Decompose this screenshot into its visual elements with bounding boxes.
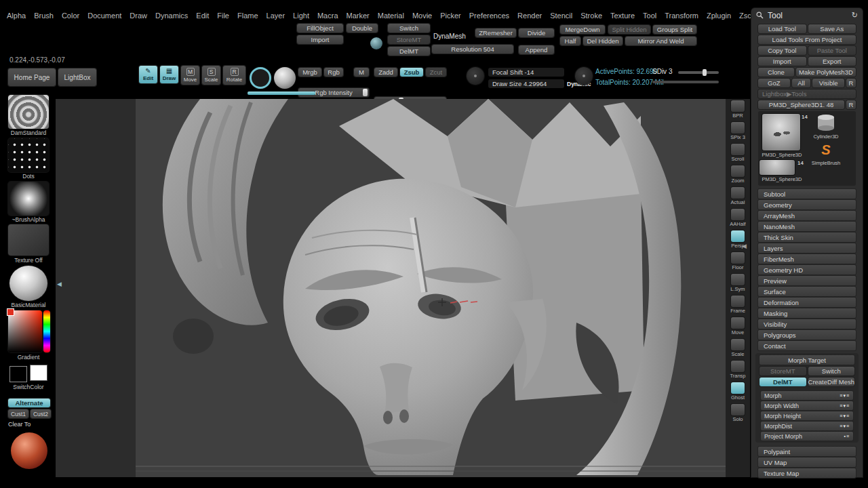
solo-button[interactable]: Solo — [731, 404, 745, 422]
menu-item[interactable]: Zplugin — [707, 12, 731, 20]
secondary-color-swatch[interactable] — [30, 365, 47, 381]
search-icon[interactable] — [756, 12, 764, 19]
mt-store-button[interactable]: StoreMT — [760, 367, 806, 375]
current-tool-button[interactable]: PM3D_Sphere3D1. 48 — [758, 100, 844, 109]
spix-button[interactable]: SPix 3 — [730, 122, 745, 140]
tool-section-row[interactable]: Masking — [758, 308, 856, 318]
cust1-button[interactable]: Cust1 — [8, 409, 28, 418]
sdiv-knob[interactable] — [703, 69, 707, 76]
color-picker-gradient[interactable] — [8, 310, 42, 352]
menu-item[interactable]: Preferences — [469, 12, 509, 20]
current-brush-thumb[interactable] — [8, 95, 49, 129]
menu-item[interactable]: Tool — [643, 12, 656, 20]
actual-button[interactable]: Actual — [731, 187, 745, 205]
tool-section-row[interactable]: Polypaint — [758, 447, 856, 456]
groups-split-button[interactable]: Groups Split — [653, 25, 696, 34]
menu-item[interactable]: Flame — [237, 12, 258, 20]
fill-object-button[interactable]: FillObject — [297, 24, 343, 33]
split-hidden-button[interactable]: Split Hidden — [608, 25, 650, 34]
goz-button[interactable]: GoZ — [758, 79, 790, 87]
rgb-button[interactable]: Rgb — [324, 68, 343, 77]
zsub-button[interactable]: Zsub — [400, 68, 423, 77]
slider-modifier-icons[interactable]: ≡▾≡ — [840, 403, 850, 409]
home-page-button[interactable]: Home Page — [8, 68, 56, 86]
draw-button[interactable]: ▦ Draw — [160, 66, 178, 83]
alpha-thumb[interactable] — [8, 182, 49, 216]
refresh-icon[interactable]: ↻ — [852, 11, 858, 20]
morph-slider[interactable]: MorphDist ≡▾≡ — [761, 422, 853, 430]
menu-item[interactable]: Render — [517, 12, 542, 20]
left-tray-chevron-icon[interactable]: ◀ — [57, 281, 62, 287]
current-tool-r-button[interactable]: R — [846, 100, 856, 109]
material-thumb[interactable] — [9, 266, 47, 301]
divide-button[interactable]: Divide — [519, 28, 554, 37]
zremesher-button[interactable]: ZRemesher — [475, 28, 516, 37]
goz-r-button[interactable]: R — [846, 79, 856, 87]
m-button[interactable]: M — [354, 68, 369, 77]
menu-item[interactable]: Brush — [34, 12, 54, 20]
tool-section-row[interactable]: Thick Skin — [758, 232, 856, 242]
simplebrush-logo[interactable]: S — [818, 142, 834, 159]
menu-item[interactable]: Marker — [347, 12, 370, 20]
frame-button[interactable]: Frame — [730, 296, 745, 314]
cust2-button[interactable]: Cust2 — [31, 409, 51, 418]
tool-section-row[interactable]: ArrayMesh — [758, 211, 856, 220]
make-polymesh3d-button[interactable]: Make PolyMesh3D — [796, 68, 856, 77]
menu-item[interactable]: Draw — [130, 12, 147, 20]
cylinder3d-thumb[interactable] — [812, 113, 840, 133]
import-button[interactable]: Import — [758, 57, 806, 66]
zcut-button[interactable]: Zcut — [426, 68, 446, 77]
menu-item[interactable]: Alpha — [7, 12, 26, 20]
lsym-button[interactable]: L.Sym — [730, 274, 745, 292]
menu-item[interactable]: Light — [293, 12, 309, 20]
focal-shift-dial-icon[interactable] — [467, 67, 484, 85]
dock-scale-button[interactable]: Scale — [731, 339, 745, 357]
floor-button[interactable]: Floor — [731, 252, 745, 270]
project-morph-button[interactable]: Project Morph ▪≡ — [761, 432, 853, 441]
double-button[interactable]: Double — [347, 24, 378, 33]
mt-switch-button[interactable]: Switch — [808, 367, 855, 375]
clear-to-button[interactable]: Clear To — [8, 421, 31, 428]
draw-size-slider[interactable]: Draw Size 4.29964 — [488, 79, 564, 88]
canvas[interactable] — [136, 99, 726, 477]
tool-section-row[interactable]: Polygroups — [758, 330, 856, 340]
tool-section-row[interactable]: Subtool — [758, 189, 856, 199]
tool-section-row[interactable]: Geometry HD — [758, 265, 856, 274]
sdiv-secondary-slider[interactable] — [652, 81, 719, 83]
sdiv-slider[interactable] — [678, 71, 719, 74]
ghost-button[interactable]: Ghost — [731, 382, 745, 401]
rotate-button[interactable]: R Rotate — [223, 66, 245, 85]
tool-section-row[interactable]: Visibility — [758, 319, 856, 329]
subtool-thumb[interactable] — [760, 160, 795, 175]
tool-section-row[interactable]: NanoMesh — [758, 222, 856, 231]
tool-section-row[interactable]: Geometry — [758, 200, 856, 209]
clone-button[interactable]: Clone — [758, 68, 794, 77]
dock-move-button[interactable]: Move — [731, 317, 745, 336]
save-as-button[interactable]: Save As — [808, 24, 856, 33]
scroll-button[interactable]: Scroll — [731, 144, 745, 162]
main-color-swatch[interactable] — [9, 366, 27, 382]
mrgb-button[interactable]: Mrgb — [298, 68, 321, 77]
active-tool-thumb[interactable] — [762, 114, 800, 150]
menu-item[interactable]: Dynamics — [155, 12, 188, 20]
mt-del-button[interactable]: DelMT — [760, 378, 806, 386]
menu-item[interactable]: Document — [87, 12, 121, 20]
morph-target-header[interactable]: Morph Target — [760, 355, 854, 365]
load-tools-from-project-button[interactable]: Load Tools From Project — [758, 35, 856, 44]
rgb-intensity-knob[interactable] — [363, 89, 368, 96]
secondary-material-sphere[interactable] — [11, 432, 47, 469]
slider-modifier-icons[interactable]: ≡▾≡ — [840, 393, 850, 399]
mt-creatediff-button[interactable]: CreateDiff Mesh — [808, 378, 855, 386]
append-button[interactable]: Append — [519, 45, 554, 54]
lightbox-button[interactable]: LightBox — [58, 68, 96, 86]
menu-item[interactable]: Movie — [412, 12, 432, 20]
goz-visible-button[interactable]: Visible — [812, 79, 844, 87]
half-button[interactable]: Half — [560, 37, 580, 45]
mirror-and-weld-button[interactable]: Mirror And Weld — [625, 37, 696, 45]
tool-section-row[interactable]: Texture Map — [758, 468, 856, 478]
morph-slider[interactable]: Morph Width ≡▾≡ — [761, 401, 853, 410]
edit-button[interactable]: ✎ Edit — [139, 66, 157, 83]
paste-tool-button[interactable]: Paste Tool — [808, 46, 856, 55]
slider-modifier-icons[interactable]: ≡▾≡ — [840, 413, 850, 419]
transp-button[interactable]: Transp — [730, 361, 745, 379]
